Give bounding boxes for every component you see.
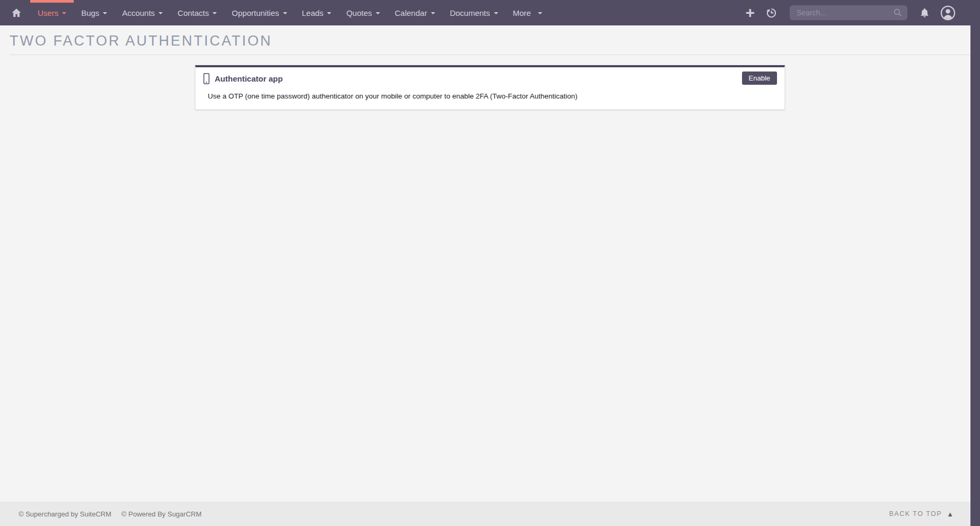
bell-icon [920, 8, 930, 18]
caret-down-icon [103, 12, 107, 14]
sugarcrm-credit: © Powered By SugarCRM [121, 510, 201, 518]
scrollbar[interactable] [970, 0, 980, 526]
authenticator-app-card: Authenticator app Use a OTP (one time pa… [195, 65, 785, 110]
navbar-actions: + [740, 0, 961, 25]
page-title: TWO FACTOR AUTHENTICATION [10, 31, 980, 51]
user-avatar-icon [940, 5, 956, 21]
nav-item-users[interactable]: Users [30, 0, 74, 25]
global-search [790, 5, 907, 20]
nav-item-label: Calendar [395, 8, 427, 17]
nav-item-leads[interactable]: Leads [295, 0, 339, 25]
clock-history-icon [765, 7, 778, 19]
search-icon[interactable] [893, 7, 903, 18]
plus-icon: + [745, 5, 755, 21]
search-input[interactable] [790, 5, 907, 20]
nav-item-label: Users [38, 8, 58, 17]
home-icon [11, 7, 22, 18]
caret-down-icon [538, 12, 542, 14]
back-to-top-label: BACK TO TOP [889, 510, 942, 518]
suitecrm-credit: © Supercharged by SuiteCRM [19, 510, 111, 518]
caret-down-icon [62, 12, 66, 14]
triangle-up-icon: ▲ [947, 510, 953, 518]
nav-item-label: Leads [302, 8, 324, 17]
card-header: Authenticator app [202, 73, 776, 85]
title-divider [10, 55, 970, 55]
caret-down-icon [327, 12, 331, 14]
nav-item-accounts[interactable]: Accounts [114, 0, 170, 25]
nav-item-label: Quotes [346, 8, 372, 17]
nav-item-label: Documents [450, 8, 490, 17]
nav-item-label: More [513, 8, 531, 17]
nav-home[interactable] [3, 0, 30, 25]
nav-item-bugs[interactable]: Bugs [74, 0, 114, 25]
recently-viewed-button[interactable] [760, 7, 783, 19]
caret-down-icon [158, 12, 163, 14]
footer-credits: © Supercharged by SuiteCRM © Powered By … [19, 510, 201, 518]
card-heading: Authenticator app [215, 74, 282, 83]
nav-item-contacts[interactable]: Contacts [170, 0, 224, 25]
main-content: TWO FACTOR AUTHENTICATION Authenticator … [0, 31, 980, 110]
back-to-top-button[interactable]: BACK TO TOP ▲ [889, 510, 953, 518]
smartphone-icon [202, 73, 210, 85]
nav-item-label: Accounts [122, 8, 155, 17]
main-menu: Users Bugs Accounts Contacts Opportuniti… [0, 0, 550, 25]
nav-item-opportunities[interactable]: Opportunities [224, 0, 294, 25]
top-navbar: Users Bugs Accounts Contacts Opportuniti… [0, 0, 980, 25]
nav-item-quotes[interactable]: Quotes [339, 0, 387, 25]
nav-item-calendar[interactable]: Calendar [387, 0, 443, 25]
nav-item-more[interactable]: More [506, 0, 550, 25]
user-menu-button[interactable] [935, 5, 961, 21]
nav-item-label: Bugs [81, 8, 99, 17]
enable-2fa-button[interactable]: Enable [742, 72, 777, 85]
nav-item-label: Opportunities [232, 8, 279, 17]
caret-down-icon [213, 12, 217, 14]
caret-down-icon [494, 12, 498, 14]
caret-down-icon [376, 12, 380, 14]
caret-down-icon [283, 12, 287, 14]
notifications-button[interactable] [914, 8, 935, 18]
page-footer: © Supercharged by SuiteCRM © Powered By … [0, 502, 980, 526]
nav-item-documents[interactable]: Documents [443, 0, 506, 25]
nav-item-label: Contacts [178, 8, 209, 17]
quick-create-button[interactable]: + [740, 5, 760, 21]
caret-down-icon [431, 12, 435, 14]
card-description: Use a OTP (one time password) authentica… [208, 92, 776, 100]
